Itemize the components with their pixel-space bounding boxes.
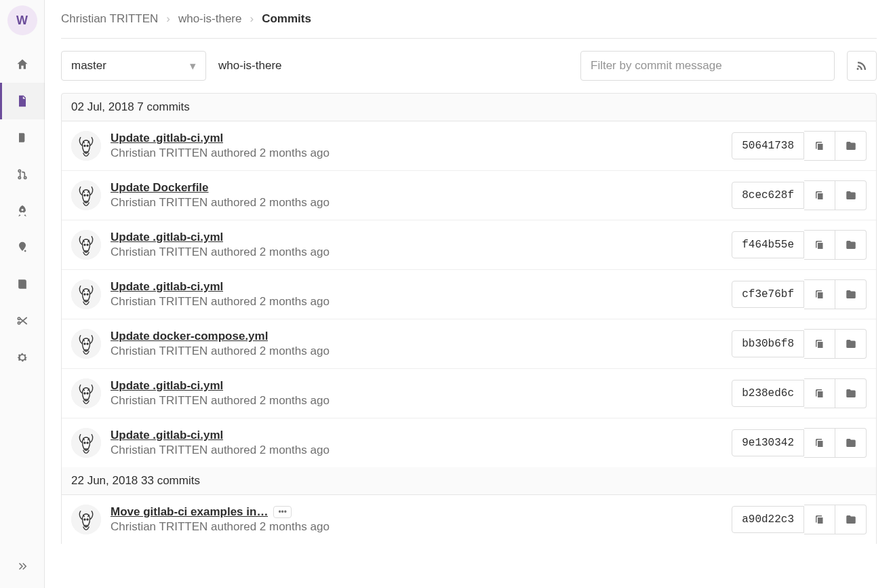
date-group-header: 22 Jun, 2018 33 commits — [61, 467, 877, 495]
commit-sha[interactable]: cf3e76bf — [732, 281, 804, 308]
commit-title[interactable]: Move gitlab-ci examples in… — [111, 505, 268, 519]
author-avatar[interactable] — [71, 180, 101, 210]
nav-issues[interactable] — [0, 119, 45, 156]
commit-row: Update .gitlab-ci.yml Christian TRITTEN … — [62, 220, 876, 270]
commit-sha[interactable]: 50641738 — [732, 132, 804, 159]
repo-path[interactable]: who-is-there — [218, 59, 282, 73]
commit-actions: 9e130342 — [732, 428, 867, 458]
commit-row: Update .gitlab-ci.yml Christian TRITTEN … — [62, 418, 876, 467]
nav-cicd[interactable] — [0, 193, 45, 229]
commit-title[interactable]: Update .gitlab-ci.yml — [111, 231, 223, 244]
browse-files-button[interactable] — [835, 230, 867, 260]
breadcrumb-user[interactable]: Christian TRITTEN — [61, 12, 158, 26]
commit-meta: Christian TRITTEN authored 2 months ago — [111, 345, 722, 358]
author-avatar[interactable] — [71, 131, 101, 161]
author-avatar[interactable] — [71, 378, 101, 408]
commit-meta: Christian TRITTEN authored 2 months ago — [111, 444, 722, 457]
commit-row: Update Dockerfile Christian TRITTEN auth… — [62, 171, 876, 220]
branch-selector[interactable]: master ▾ — [61, 51, 206, 81]
nav-settings[interactable] — [0, 339, 45, 376]
browse-files-button[interactable] — [835, 505, 867, 534]
commit-sha[interactable]: f464b55e — [732, 231, 804, 258]
commit-meta: Christian TRITTEN authored 2 months ago — [111, 246, 722, 259]
commit-actions: cf3e76bf — [732, 279, 867, 309]
copy-sha-button[interactable] — [804, 180, 835, 210]
commit-meta: Christian TRITTEN authored 2 months ago — [111, 295, 722, 309]
nav-merge-requests[interactable] — [0, 156, 45, 193]
copy-sha-button[interactable] — [804, 230, 835, 260]
copy-sha-button[interactable] — [804, 131, 835, 161]
commit-title[interactable]: Update docker-compose.yml — [111, 330, 268, 343]
author-avatar[interactable] — [71, 230, 101, 260]
chevron-down-icon: ▾ — [190, 59, 196, 73]
rocket-icon — [16, 204, 29, 218]
copy-sha-button[interactable] — [804, 329, 835, 359]
commit-actions: a90d22c3 — [732, 505, 867, 534]
commit-list: Update .gitlab-ci.yml Christian TRITTEN … — [61, 121, 877, 467]
copy-sha-button[interactable] — [804, 378, 835, 408]
sidebar: W — [0, 0, 45, 588]
branch-name: master — [71, 59, 106, 73]
author-avatar[interactable] — [71, 428, 101, 458]
issues-icon — [16, 131, 29, 144]
date-group-header: 02 Jul, 2018 7 commits — [61, 93, 877, 121]
commit-title[interactable]: Update .gitlab-ci.yml — [111, 280, 223, 294]
copy-sha-button[interactable] — [804, 428, 835, 458]
author-avatar[interactable] — [71, 279, 101, 309]
commit-actions: f464b55e — [732, 230, 867, 260]
gear-icon — [16, 351, 29, 364]
commit-row: Move gitlab-ci examples in… ••• Christia… — [62, 495, 876, 544]
nav-operations[interactable] — [0, 229, 45, 266]
svg-point-5 — [87, 195, 88, 196]
svg-point-11 — [87, 294, 88, 295]
browse-files-button[interactable] — [835, 378, 867, 408]
copy-sha-button[interactable] — [804, 505, 835, 534]
svg-point-16 — [84, 393, 85, 394]
sidebar-toggle[interactable] — [0, 553, 45, 580]
svg-point-8 — [87, 244, 88, 246]
commit-list: Move gitlab-ci examples in… ••• Christia… — [61, 495, 877, 544]
browse-files-button[interactable] — [835, 329, 867, 359]
breadcrumb-separator: › — [166, 12, 170, 26]
svg-point-4 — [84, 195, 85, 196]
commit-title[interactable]: Update Dockerfile — [111, 181, 209, 195]
svg-point-17 — [87, 393, 88, 394]
svg-point-23 — [87, 519, 88, 520]
commit-sha[interactable]: 8cec628f — [732, 182, 804, 209]
svg-point-13 — [84, 343, 85, 345]
operations-icon — [16, 241, 29, 254]
commit-sha[interactable]: b238ed6c — [732, 380, 804, 407]
commit-sha[interactable]: 9e130342 — [732, 429, 804, 456]
browse-files-button[interactable] — [835, 180, 867, 210]
divider — [61, 38, 877, 39]
commit-title[interactable]: Update .gitlab-ci.yml — [111, 132, 223, 145]
nav-project-home[interactable] — [0, 46, 45, 83]
breadcrumb-separator: › — [250, 12, 254, 26]
breadcrumb-project[interactable]: who-is-there — [178, 12, 242, 26]
svg-point-2 — [87, 145, 88, 146]
browse-files-button[interactable] — [835, 279, 867, 309]
nav-wiki[interactable] — [0, 266, 45, 302]
commit-sha[interactable]: a90d22c3 — [732, 506, 804, 533]
expand-message-button[interactable]: ••• — [273, 506, 292, 518]
project-avatar[interactable]: W — [7, 5, 37, 35]
nav-repository[interactable] — [0, 83, 45, 119]
rss-button[interactable] — [847, 51, 877, 81]
commit-title[interactable]: Update .gitlab-ci.yml — [111, 379, 223, 393]
svg-point-20 — [87, 442, 88, 444]
browse-files-button[interactable] — [835, 131, 867, 161]
commit-meta: Christian TRITTEN authored 2 months ago — [111, 196, 722, 210]
commit-title[interactable]: Update .gitlab-ci.yml — [111, 429, 223, 442]
author-avatar[interactable] — [71, 505, 101, 534]
book-icon — [16, 277, 29, 291]
rss-icon — [856, 60, 868, 72]
chevron-double-right-icon — [16, 560, 28, 572]
commit-actions: 8cec628f — [732, 180, 867, 210]
nav-snippets[interactable] — [0, 302, 45, 339]
copy-sha-button[interactable] — [804, 279, 835, 309]
filter-input[interactable] — [580, 51, 835, 81]
commit-sha[interactable]: bb30b6f8 — [732, 330, 804, 357]
browse-files-button[interactable] — [835, 428, 867, 458]
author-avatar[interactable] — [71, 329, 101, 359]
commit-row: Update docker-compose.yml Christian TRIT… — [62, 319, 876, 369]
